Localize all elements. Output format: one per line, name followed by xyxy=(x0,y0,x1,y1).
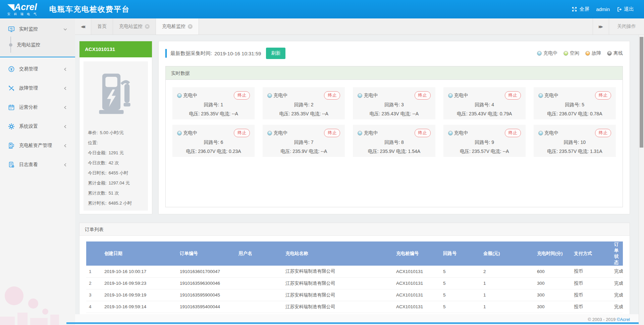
orders-col-回路号: 回路号 xyxy=(440,241,481,266)
sidebar-section-2: 故障管理 xyxy=(0,81,75,96)
sidebar-item-故障管理[interactable]: 故障管理 xyxy=(0,81,75,96)
user-menu[interactable]: admin xyxy=(596,6,610,12)
card-status-label: 充电中 xyxy=(183,93,197,99)
sidebar-item-日志查看[interactable]: 日志查看 xyxy=(0,157,75,172)
card-top-row: 充电中终止 xyxy=(267,91,340,100)
stop-button[interactable]: 终止 xyxy=(234,91,250,100)
fault-icon xyxy=(8,85,15,92)
acrel-logo: ◥Acrel 安 科 瑞 电 气 xyxy=(0,3,41,16)
tabs-scroll-left-button[interactable]: ◀◀ xyxy=(75,18,91,35)
row-cell: 300 xyxy=(534,277,571,289)
stop-button[interactable]: 终止 xyxy=(505,91,521,100)
card-voltage-current: 电压: 235.57V 电流: --A xyxy=(448,149,521,155)
card-top-row: 充电中终止 xyxy=(358,91,430,100)
tab-close-icon[interactable]: ✕ xyxy=(145,24,150,29)
stop-button[interactable]: 终止 xyxy=(234,129,250,137)
chevron-left-icon xyxy=(63,125,67,128)
chevron-down-icon xyxy=(63,28,67,31)
stat-label: 单价: xyxy=(88,130,98,135)
card-voltage-current: 电压: 235.57V 电流: 1.31A xyxy=(538,149,611,155)
row-cell: 江苏安科瑞制造有限公司 xyxy=(283,301,393,313)
orders-panel: 订单列表 创建日期订单编号用户名充电站名称充电桩编号回路号金额(元)充电时间(分… xyxy=(79,223,630,315)
tab-充电桩监控[interactable]: 充电桩监控✕ xyxy=(156,18,199,35)
row-index: 2 xyxy=(86,277,102,289)
logout-icon xyxy=(616,7,622,12)
charging-status-ball-icon xyxy=(538,93,543,98)
stat-label: 累计次数: xyxy=(88,191,107,196)
stop-button[interactable]: 终止 xyxy=(595,91,611,100)
table-row[interactable]: 12019-10-16 10:00:171910163601700047江苏安科… xyxy=(86,266,623,277)
fullscreen-button[interactable]: 全屏 xyxy=(572,6,589,12)
submenu-dot-icon xyxy=(9,43,12,47)
charging-pile-icon xyxy=(8,142,15,149)
card-voltage-current: 电压: 236.07V 电流: 0.78A xyxy=(538,111,611,117)
charging-status-ball-icon xyxy=(177,131,182,136)
stop-button[interactable]: 终止 xyxy=(595,129,611,137)
stat-label: 位置: xyxy=(88,140,98,145)
card-voltage-current: 电压: 235.9V 电流: --A xyxy=(267,149,340,155)
station-id-header: ACX1010131 xyxy=(79,41,152,57)
footer-brand-link[interactable]: ©Acrel xyxy=(617,317,630,322)
log-icon xyxy=(8,161,15,168)
acrel-logo-subtext: 安 科 瑞 电 气 xyxy=(7,13,38,16)
row-cell: 1910163601700047 xyxy=(177,266,236,277)
row-cell: ACX1010131 xyxy=(393,301,440,313)
realtime-monitor-panel: 最新数据采集时间: 2019-10-16 10:31:59 刷新 充电中空闲故障… xyxy=(158,41,630,214)
sidebar-item-交易管理[interactable]: 交易管理 xyxy=(0,62,75,76)
card-status: 充电中 xyxy=(448,130,468,136)
transaction-icon xyxy=(8,66,15,72)
tab-充电站监控[interactable]: 充电站监控✕ xyxy=(113,18,156,35)
table-row[interactable]: 22019-10-16 09:59:231910163596300046江苏安科… xyxy=(86,277,623,289)
card-status-label: 充电中 xyxy=(364,93,378,99)
card-circuit-number: 回路号: 1 xyxy=(177,102,250,108)
legend-故障: 故障 xyxy=(585,50,601,56)
sidebar-item-充电桩资产管理[interactable]: 充电桩资产管理 xyxy=(0,138,75,153)
sidebar-item-实时监控[interactable]: 实时监控 xyxy=(0,22,75,37)
legend-label: 离线 xyxy=(613,50,623,56)
station-summary-body: 单价:5.00 小时/元位置:今日金额:1291 元今日次数:42 次今日时长:… xyxy=(84,61,148,211)
tab-close-icon[interactable]: ✕ xyxy=(188,24,193,29)
tabs-scroll-right-button[interactable]: ▶▶ xyxy=(593,18,609,35)
stop-button[interactable]: 终止 xyxy=(415,129,431,137)
sidebar-subitem-充电站监控[interactable]: 充电站监控 xyxy=(0,38,75,52)
sidebar-item-系统设置[interactable]: 系统设置 xyxy=(0,119,75,134)
card-status-label: 充电中 xyxy=(364,130,378,136)
row-cell: 投币 xyxy=(571,266,611,277)
orders-col-充电站名称: 充电站名称 xyxy=(283,241,393,266)
charging-status-ball-icon xyxy=(267,131,272,136)
row-cell: 江苏安科瑞制造有限公司 xyxy=(283,277,393,289)
fullscreen-icon xyxy=(572,6,577,12)
stop-button[interactable]: 终止 xyxy=(415,91,431,100)
sidebar-section-4: 系统设置 xyxy=(0,119,75,134)
row-cell: ACX1010131 xyxy=(393,289,440,301)
card-status: 充电中 xyxy=(177,93,197,99)
row-cell: 江苏安科瑞制造有限公司 xyxy=(283,289,393,301)
refresh-button[interactable]: 刷新 xyxy=(266,48,285,59)
card-voltage-current: 电压: 235.35V 电流: --A xyxy=(267,111,340,117)
stop-button[interactable]: 终止 xyxy=(505,129,521,137)
status-ball-icon xyxy=(585,51,590,56)
row-cell: 投币 xyxy=(571,301,611,313)
stop-button[interactable]: 终止 xyxy=(324,129,340,137)
close-operations-menu[interactable]: 关闭操作 xyxy=(609,18,644,35)
row-cell: 5 xyxy=(440,266,481,277)
logout-button[interactable]: 退出 xyxy=(616,6,634,12)
row-cell: 江苏安科瑞制造有限公司 xyxy=(283,266,393,277)
table-row[interactable]: 42019-10-16 09:59:141910163595400044江苏安科… xyxy=(86,301,623,313)
sidebar-item-运营分析[interactable]: 运营分析 xyxy=(0,100,75,115)
stat-value: 6455 小时 xyxy=(109,170,128,175)
circuit-card-1: 充电中终止回路号: 1电压: 235.35V 电流: --A xyxy=(172,87,255,119)
table-row[interactable]: 32019-10-16 09:59:191910163595900045江苏安科… xyxy=(86,289,623,301)
sidebar-subitem-label: 充电站监控 xyxy=(17,42,40,48)
tab-首页[interactable]: 首页 xyxy=(91,18,113,35)
legend-充电中: 充电中 xyxy=(537,50,557,56)
vertical-scrollbar-thumb[interactable] xyxy=(640,37,643,148)
vertical-scrollbar[interactable] xyxy=(639,35,644,325)
stat-label: 今日金额: xyxy=(88,150,107,155)
page-title: 电瓶车充电桩收费平台 xyxy=(49,4,130,14)
card-top-row: 充电中终止 xyxy=(538,91,611,100)
stop-button[interactable]: 终止 xyxy=(324,91,340,100)
card-status-label: 充电中 xyxy=(454,130,468,136)
app-window: ◥Acrel 安 科 瑞 电 气 电瓶车充电桩收费平台 全屏 admin xyxy=(0,0,644,325)
card-circuit-number: 回路号: 10 xyxy=(538,140,611,146)
